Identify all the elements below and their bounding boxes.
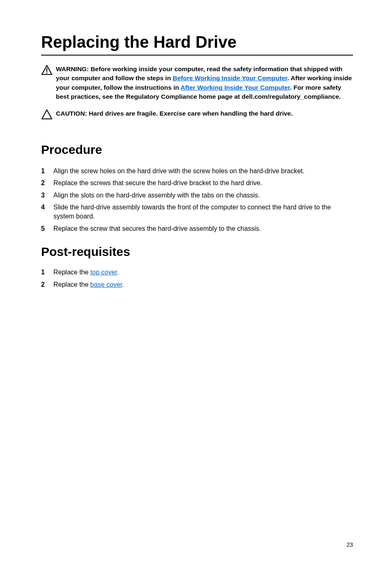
svg-point-1 [46, 72, 48, 74]
post-requisites-list: Replace the top cover. Replace the base … [41, 268, 353, 289]
list-item: Replace the base cover. [41, 280, 353, 289]
page-title: Replacing the Hard Drive [41, 33, 353, 56]
link-base-cover[interactable]: base cover [90, 281, 122, 288]
procedure-heading: Procedure [41, 143, 353, 157]
warning-callout: WARNING: Before working inside your comp… [41, 65, 353, 102]
list-item: Align the slots on the hard-drive assemb… [41, 191, 353, 200]
caution-text: CAUTION: Hard drives are fragile. Exerci… [56, 109, 293, 118]
list-item: Align the screw holes on the hard drive … [41, 167, 353, 176]
link-before-working[interactable]: Before Working Inside Your Computer [173, 74, 287, 81]
list-item: Replace the top cover. [41, 268, 353, 277]
warning-text: WARNING: Before working inside your comp… [56, 65, 353, 102]
warning-icon [41, 65, 53, 75]
list-item: Slide the hard-drive assembly towards th… [41, 203, 353, 221]
link-top-cover[interactable]: top cover [90, 269, 117, 276]
list-item: Replace the screw that secures the hard-… [41, 224, 353, 233]
procedure-list: Align the screw holes on the hard drive … [41, 167, 353, 233]
page-number: 23 [346, 541, 353, 548]
link-after-working[interactable]: After Working Inside Your Computer [180, 84, 290, 91]
caution-icon [41, 109, 53, 120]
list-item: Replace the screws that secure the hard-… [41, 179, 353, 188]
caution-callout: CAUTION: Hard drives are fragile. Exerci… [41, 109, 353, 120]
post-requisites-heading: Post-requisites [41, 245, 353, 259]
